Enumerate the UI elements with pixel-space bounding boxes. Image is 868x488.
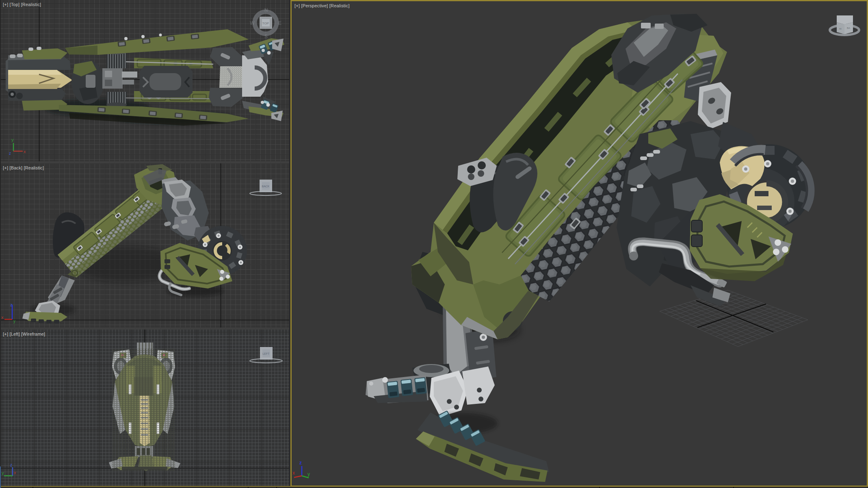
svg-text:BACK: BACK <box>262 185 269 188</box>
svg-text:y: y <box>11 137 14 142</box>
svg-text:y: y <box>2 471 4 475</box>
svg-text:y: y <box>307 471 310 477</box>
svg-text:z: z <box>10 302 13 307</box>
svg-text:S: S <box>264 34 268 39</box>
svg-text:BA: BA <box>847 27 850 29</box>
svg-text:RI: RI <box>839 28 842 30</box>
svg-text:E: E <box>278 20 281 26</box>
svg-text:W: W <box>250 20 255 26</box>
svg-text:LEFT: LEFT <box>262 352 270 355</box>
svg-text:N: N <box>264 7 268 13</box>
svg-text:x: x <box>24 149 26 154</box>
svg-text:x: x <box>1 315 4 320</box>
svg-text:z: z <box>299 460 302 466</box>
svg-text:x: x <box>14 470 16 475</box>
svg-text:x: x <box>292 470 295 476</box>
svg-text:z: z <box>10 463 12 467</box>
svg-text:z: z <box>9 151 11 156</box>
svg-text:TOP: TOP <box>262 22 269 25</box>
svg-text:y: y <box>13 319 15 323</box>
